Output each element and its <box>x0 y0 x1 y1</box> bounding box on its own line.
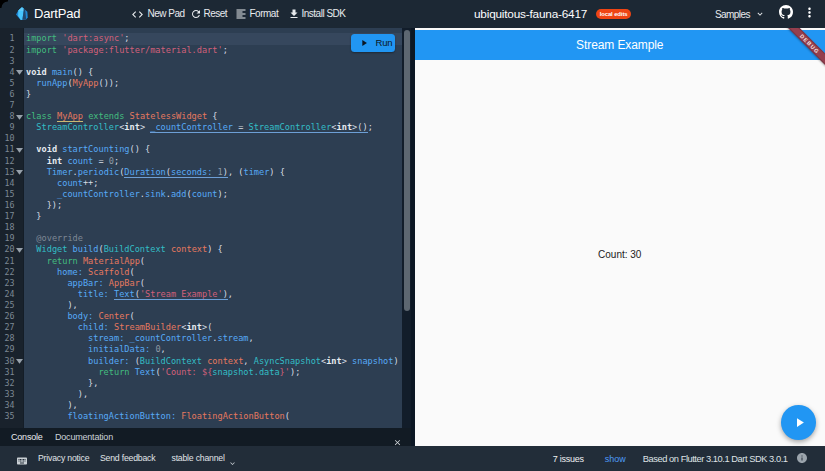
line-number: 25 <box>0 300 24 311</box>
fold-arrow-icon[interactable] <box>16 248 23 253</box>
code-editor[interactable]: 1import 'dart:async';2import 'package:fl… <box>0 28 411 428</box>
code-line-text: Widget build(BuildContext context) { <box>24 244 402 255</box>
samples-chevron[interactable] <box>755 5 765 23</box>
code-line[interactable]: 29 initialData: 0, <box>0 344 402 355</box>
line-number: 22 <box>0 267 24 278</box>
console-tab-bar: Console Documentation <box>0 428 411 446</box>
code-line-text: stream: _countController.stream, <box>24 333 402 344</box>
code-line[interactable]: 12 int count = 0; <box>0 156 402 167</box>
issues-count[interactable]: 7 issues <box>553 454 584 464</box>
code-line-text <box>24 56 402 67</box>
code-line[interactable]: 35 floatingActionButton: FloatingActionB… <box>0 411 402 422</box>
code-line[interactable]: 10 <box>0 133 402 144</box>
code-line[interactable]: 6} <box>0 89 402 100</box>
install-sdk-button-label[interactable]: Install SDK <box>302 0 346 28</box>
info-icon[interactable] <box>796 450 808 468</box>
line-number: 5 <box>0 78 24 89</box>
version-info: Based on Flutter 3.10.1 Dart SDK 3.0.1 <box>643 454 788 464</box>
fold-arrow-icon[interactable] <box>16 148 23 153</box>
window-corner <box>0 0 8 8</box>
code-line[interactable]: 34 ), <box>0 400 402 411</box>
fold-arrow-icon[interactable] <box>16 70 23 75</box>
code-line[interactable]: 7 <box>0 100 402 111</box>
code-line-text: child: StreamBuilder<int>( <box>24 322 402 333</box>
code-line-text: count++; <box>24 178 402 189</box>
line-number: 33 <box>0 389 24 400</box>
format-button[interactable] <box>235 0 247 28</box>
code-area[interactable]: 1import 'dart:async';2import 'package:fl… <box>0 33 402 422</box>
new-pad-button[interactable] <box>131 0 144 28</box>
fold-arrow-icon[interactable] <box>16 359 23 364</box>
show-issues-link[interactable]: show <box>605 454 626 464</box>
code-line[interactable]: 26 body: Center( <box>0 311 402 322</box>
line-number: 18 <box>0 222 24 233</box>
code-line[interactable]: 21 return MaterialApp( <box>0 256 402 267</box>
code-line[interactable]: 31 return Text('Count: ${snapshot.data}'… <box>0 367 402 378</box>
run-button[interactable]: Run <box>351 34 395 52</box>
play-icon <box>359 38 369 48</box>
format-button-label[interactable]: Format <box>250 0 279 28</box>
code-line[interactable]: 4void main() { <box>0 67 402 78</box>
code-line[interactable]: 32 }, <box>0 378 402 389</box>
line-number: 8 <box>0 111 24 122</box>
code-line[interactable]: 28 stream: _countController.stream, <box>0 333 402 344</box>
send-feedback-link[interactable]: Send feedback <box>100 446 155 471</box>
count-text: Count: 30 <box>415 249 825 260</box>
reset-button[interactable] <box>190 0 202 28</box>
privacy-notice-link[interactable]: Privacy notice <box>38 446 89 471</box>
code-line[interactable]: 23 appBar: AppBar( <box>0 278 402 289</box>
editor-scrollbar-thumb[interactable] <box>404 30 410 311</box>
github-link[interactable] <box>779 5 793 23</box>
code-line[interactable]: 1import 'dart:async'; <box>0 33 402 44</box>
code-line[interactable]: 13 Timer.periodic(Duration(seconds: 1), … <box>0 167 402 178</box>
code-line[interactable]: 11 void startCounting() { <box>0 144 402 155</box>
code-line[interactable]: 16 }); <box>0 200 402 211</box>
floating-action-button[interactable] <box>781 405 816 440</box>
code-line-text: }, <box>24 378 402 389</box>
code-line[interactable]: 5 runApp(MyApp()); <box>0 78 402 89</box>
chevron-down-icon <box>755 9 765 19</box>
overflow-menu-button[interactable] <box>802 5 817 24</box>
line-number: 1 <box>0 33 24 44</box>
samples-menu[interactable]: Samples <box>715 9 750 20</box>
fold-arrow-icon[interactable] <box>16 170 23 175</box>
code-line[interactable]: 33 ), <box>0 389 402 400</box>
line-number: 17 <box>0 211 24 222</box>
tab-console[interactable]: Console <box>11 428 43 446</box>
code-line-text: ), <box>24 400 402 411</box>
channel-chevron[interactable] <box>228 454 237 471</box>
code-line[interactable]: 15 _countController.sink.add(count); <box>0 189 402 200</box>
code-line[interactable]: 27 child: StreamBuilder<int>( <box>0 322 402 333</box>
run-button-label: Run <box>376 37 393 48</box>
code-line[interactable]: 19 @override <box>0 233 402 244</box>
code-line[interactable]: 24 title: Text('Stream Example'), <box>0 289 402 300</box>
code-line-text: home: Scaffold( <box>24 267 402 278</box>
code-line-text: appBar: AppBar( <box>24 278 402 289</box>
line-number: 35 <box>0 411 24 422</box>
code-line[interactable]: 20 Widget build(BuildContext context) { <box>0 244 402 255</box>
play-icon <box>792 415 807 430</box>
code-line[interactable]: 18 <box>0 222 402 233</box>
fold-arrow-icon[interactable] <box>16 115 23 120</box>
code-line[interactable]: 25 ), <box>0 300 402 311</box>
code-line[interactable]: 14 count++; <box>0 178 402 189</box>
code-line-text: import 'dart:async'; <box>24 33 402 44</box>
footer-bar: Privacy notice Send feedback stable chan… <box>0 446 825 471</box>
install-sdk-button[interactable] <box>288 0 300 28</box>
line-number: 21 <box>0 256 24 267</box>
code-line[interactable]: 9 StreamController<int> _countController… <box>0 122 402 133</box>
tab-documentation[interactable]: Documentation <box>55 428 113 446</box>
channel-selector[interactable]: stable channel <box>172 446 225 471</box>
code-line[interactable]: 22 home: Scaffold( <box>0 267 402 278</box>
code-line[interactable]: 30 builder: (BuildContext context, Async… <box>0 356 402 367</box>
reset-button-label[interactable]: Reset <box>204 0 228 28</box>
pad-name: ubiquitous-fauna-6417 <box>474 7 587 21</box>
keyboard-icon <box>16 455 28 467</box>
code-line[interactable]: 8class MyApp extends StatelessWidget { <box>0 111 402 122</box>
new-pad-button-label[interactable]: New Pad <box>148 0 185 28</box>
code-line[interactable]: 17 } <box>0 211 402 222</box>
code-line[interactable]: 3 <box>0 56 402 67</box>
code-line[interactable]: 2import 'package:flutter/material.dart'; <box>0 45 402 56</box>
keyboard-shortcuts-button[interactable] <box>16 453 28 471</box>
pad-title-group: ubiquitous-fauna-6417 local edits <box>474 0 631 28</box>
